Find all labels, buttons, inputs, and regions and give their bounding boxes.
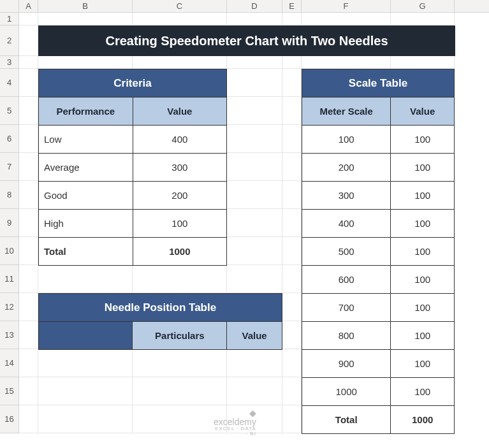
row-header-8[interactable]: 8 <box>0 181 19 209</box>
col-header-C[interactable]: C <box>133 0 227 12</box>
row-header-10[interactable]: 10 <box>0 237 19 265</box>
col-header-A[interactable]: A <box>19 0 38 12</box>
cell-E3[interactable] <box>282 56 302 69</box>
scale-meter: 500 <box>302 238 391 266</box>
cell-D6[interactable] <box>227 125 282 153</box>
row-header-16[interactable]: 16 <box>0 405 19 433</box>
cell-C1[interactable] <box>133 13 227 25</box>
cell-A14[interactable] <box>19 349 38 377</box>
cell-D10[interactable] <box>227 237 282 265</box>
cell-A11[interactable] <box>19 265 38 293</box>
cell-A6[interactable] <box>19 125 38 153</box>
cell-B1[interactable] <box>38 13 133 25</box>
cell-D4[interactable] <box>227 69 282 97</box>
page-title: Creating Speedometer Chart with Two Need… <box>38 25 455 56</box>
cell-E1[interactable] <box>282 13 302 25</box>
col-header-B[interactable]: B <box>38 0 133 12</box>
scale-total-label: Total <box>302 406 391 434</box>
cell-E5[interactable] <box>282 97 302 125</box>
cell-E12[interactable] <box>282 293 302 321</box>
cell-A3[interactable] <box>19 56 38 69</box>
cell-C15[interactable] <box>133 377 227 405</box>
cell-D5[interactable] <box>227 97 282 125</box>
row-header-14[interactable]: 14 <box>0 349 19 377</box>
cell-G1[interactable] <box>391 13 455 25</box>
cell-D8[interactable] <box>227 181 282 209</box>
cell-A12[interactable] <box>19 293 38 321</box>
cell-C14[interactable] <box>133 349 227 377</box>
cell-A1[interactable] <box>19 13 38 25</box>
cell-D3[interactable] <box>227 56 282 69</box>
cell-D11[interactable] <box>227 265 282 293</box>
col-header-G[interactable]: G <box>391 0 455 12</box>
row-header-2[interactable]: 2 <box>0 25 19 56</box>
cell-E7[interactable] <box>282 153 302 181</box>
cell-A5[interactable] <box>19 97 38 125</box>
cell-A13[interactable] <box>19 321 38 349</box>
scale-val: 100 <box>391 126 455 154</box>
cell-E10[interactable] <box>282 237 302 265</box>
cell-A8[interactable] <box>19 181 38 209</box>
table-row: High100 <box>39 210 227 238</box>
cell-D1[interactable] <box>227 13 282 25</box>
row-header-4[interactable]: 4 <box>0 69 19 97</box>
cell-D7[interactable] <box>227 153 282 181</box>
cell-E11[interactable] <box>282 265 302 293</box>
cell-E8[interactable] <box>282 181 302 209</box>
row-header-13[interactable]: 13 <box>0 321 19 349</box>
cell-E16[interactable] <box>282 405 302 433</box>
cell-E13[interactable] <box>282 321 302 349</box>
cell-D9[interactable] <box>227 209 282 237</box>
cell-A10[interactable] <box>19 237 38 265</box>
watermark: ◆ exceldemy EXCEL · DATA · BI <box>214 408 256 437</box>
cell-E9[interactable] <box>282 209 302 237</box>
table-row: 300100 <box>302 182 455 210</box>
cell-B15[interactable] <box>38 377 133 405</box>
cell-A9[interactable] <box>19 209 38 237</box>
row-header-15[interactable]: 15 <box>0 377 19 405</box>
row-header-12[interactable]: 12 <box>0 293 19 321</box>
cell-F1[interactable] <box>302 13 391 25</box>
scale-meter: 200 <box>302 154 391 182</box>
col-header-E[interactable]: E <box>282 0 302 12</box>
cell-B14[interactable] <box>38 349 133 377</box>
cell-C16[interactable] <box>133 405 227 433</box>
criteria-perf: High <box>39 210 133 238</box>
cell-A15[interactable] <box>19 377 38 405</box>
cell-C11[interactable] <box>133 265 227 293</box>
criteria-perf: Low <box>39 126 133 154</box>
row-header-3[interactable]: 3 <box>0 56 19 69</box>
cell-A16[interactable] <box>19 405 38 433</box>
cell-B16[interactable] <box>38 405 133 433</box>
row-header-1[interactable]: 1 <box>0 13 19 25</box>
cell-A4[interactable] <box>19 69 38 97</box>
cell-E4[interactable] <box>282 69 302 97</box>
cell-B3[interactable] <box>38 56 133 69</box>
cell-A7[interactable] <box>19 153 38 181</box>
cell-F3[interactable] <box>302 56 391 69</box>
cell-D15[interactable] <box>227 377 282 405</box>
cell-B11[interactable] <box>38 265 133 293</box>
scale-val: 100 <box>391 154 455 182</box>
row-header-5[interactable]: 5 <box>0 97 19 125</box>
scale-val: 100 <box>391 378 455 406</box>
cell-C3[interactable] <box>133 56 227 69</box>
cell-E15[interactable] <box>282 377 302 405</box>
row-header-7[interactable]: 7 <box>0 153 19 181</box>
cell-E6[interactable] <box>282 125 302 153</box>
col-header-D[interactable]: D <box>227 0 282 12</box>
cell-D14[interactable] <box>227 349 282 377</box>
scale-header: Scale Table <box>302 69 455 98</box>
scale-col-value: Value <box>391 98 455 126</box>
scale-meter: 100 <box>302 126 391 154</box>
scale-meter: 300 <box>302 182 391 210</box>
row-header-6[interactable]: 6 <box>0 125 19 153</box>
col-header-F[interactable]: F <box>302 0 391 12</box>
row-header-9[interactable]: 9 <box>0 209 19 237</box>
cell-A2[interactable] <box>19 25 38 56</box>
select-all-corner[interactable] <box>0 0 19 12</box>
table-row: 900100 <box>302 350 455 378</box>
cell-G3[interactable] <box>391 56 455 69</box>
row-header-11[interactable]: 11 <box>0 265 19 293</box>
cell-E14[interactable] <box>282 349 302 377</box>
